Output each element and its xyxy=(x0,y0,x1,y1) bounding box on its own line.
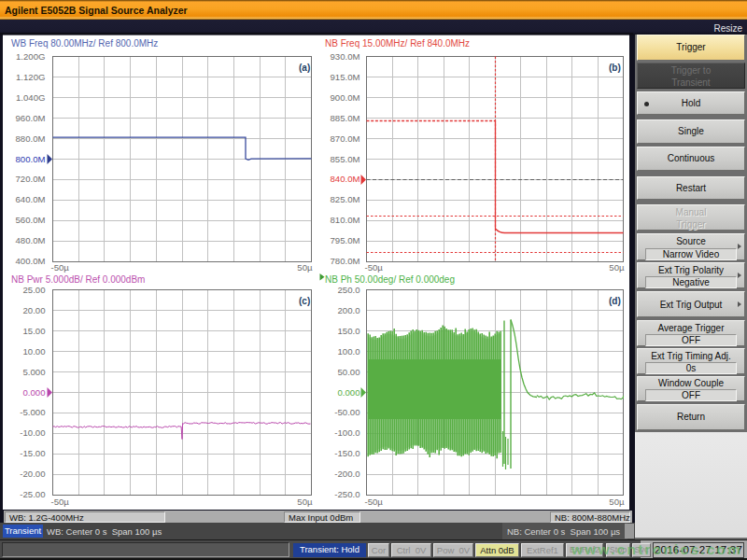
svg-text:870.0M: 870.0M xyxy=(331,133,360,144)
svg-text:-200.0: -200.0 xyxy=(334,469,359,479)
svg-text:5.000: 5.000 xyxy=(22,367,45,377)
svg-text:-50µ: -50µ xyxy=(51,497,70,507)
svg-text:NB Pwr 5.000dB/ Ref 0.000dBm: NB Pwr 5.000dB/ Ref 0.000dBm xyxy=(11,274,145,285)
svg-text:-20.00: -20.00 xyxy=(20,469,45,479)
svg-text:900.0M: 900.0M xyxy=(331,92,360,103)
svg-text:1.040G: 1.040G xyxy=(16,92,45,103)
svg-text:250.0: 250.0 xyxy=(337,285,359,295)
svg-text:-150.0: -150.0 xyxy=(334,448,359,458)
svg-text:1.200G: 1.200G xyxy=(16,51,45,62)
svg-text:15.00: 15.00 xyxy=(22,326,45,336)
svg-text:150.0: 150.0 xyxy=(337,326,359,336)
svg-text:100.0: 100.0 xyxy=(337,346,359,357)
svg-text:-250.0: -250.0 xyxy=(334,489,359,499)
svg-text:720.0M: 720.0M xyxy=(16,174,46,184)
svg-text:0.000: 0.000 xyxy=(22,387,45,398)
svg-text:880.0M: 880.0M xyxy=(16,133,46,144)
svg-text:-50µ: -50µ xyxy=(365,497,384,507)
svg-text:800.0M: 800.0M xyxy=(16,154,46,164)
svg-text:640.0M: 640.0M xyxy=(16,194,46,204)
svg-text:NB Freq 15.00MHz/ Ref 840.0MHz: NB Freq 15.00MHz/ Ref 840.0MHz xyxy=(325,38,470,49)
svg-text:50µ: 50µ xyxy=(297,497,313,507)
svg-text:840.0M: 840.0M xyxy=(331,174,360,184)
svg-text:0.000: 0.000 xyxy=(337,387,359,398)
svg-text:NB Ph 50.00deg/ Ref 0.000deg: NB Ph 50.00deg/ Ref 0.000deg xyxy=(325,274,455,285)
svg-text:20.00: 20.00 xyxy=(22,305,45,315)
svg-text:-50.00: -50.00 xyxy=(334,407,359,417)
svg-text:25.00: 25.00 xyxy=(22,285,45,295)
svg-text:810.0M: 810.0M xyxy=(331,215,360,225)
svg-text:-50µ: -50µ xyxy=(365,262,384,273)
svg-text:10.00: 10.00 xyxy=(22,346,45,357)
svg-text:780.0M: 780.0M xyxy=(331,256,360,266)
svg-text:50µ: 50µ xyxy=(297,262,313,273)
svg-text:1.120G: 1.120G xyxy=(16,72,45,82)
svg-text:560.0M: 560.0M xyxy=(16,215,46,225)
svg-text:(c): (c) xyxy=(299,296,310,306)
svg-text:50µ: 50µ xyxy=(609,262,625,273)
svg-text:400.0M: 400.0M xyxy=(16,256,46,266)
svg-text:(b): (b) xyxy=(609,63,621,73)
svg-text:(a): (a) xyxy=(299,63,310,73)
svg-text:825.0M: 825.0M xyxy=(331,194,360,204)
svg-text:WB Freq 80.00MHz/ Ref 800.0MHz: WB Freq 80.00MHz/ Ref 800.0MHz xyxy=(11,38,158,49)
svg-text:915.0M: 915.0M xyxy=(331,72,360,82)
svg-text:-100.0: -100.0 xyxy=(334,427,359,438)
svg-text:50.00: 50.00 xyxy=(337,367,359,377)
svg-text:960.0M: 960.0M xyxy=(16,113,46,123)
svg-text:50µ: 50µ xyxy=(609,497,625,507)
svg-text:-25.00: -25.00 xyxy=(20,489,45,499)
svg-text:-50µ: -50µ xyxy=(51,262,70,273)
svg-text:200.0: 200.0 xyxy=(337,305,359,315)
svg-text:795.0M: 795.0M xyxy=(331,235,360,245)
svg-text:-5.000: -5.000 xyxy=(20,407,45,417)
svg-text:-10.00: -10.00 xyxy=(20,427,45,438)
svg-text:(d): (d) xyxy=(609,296,621,306)
svg-text:480.0M: 480.0M xyxy=(16,235,46,245)
svg-text:885.0M: 885.0M xyxy=(331,113,360,123)
svg-text:855.0M: 855.0M xyxy=(331,154,360,164)
svg-text:930.0M: 930.0M xyxy=(331,51,360,62)
svg-text:-15.00: -15.00 xyxy=(20,448,45,458)
